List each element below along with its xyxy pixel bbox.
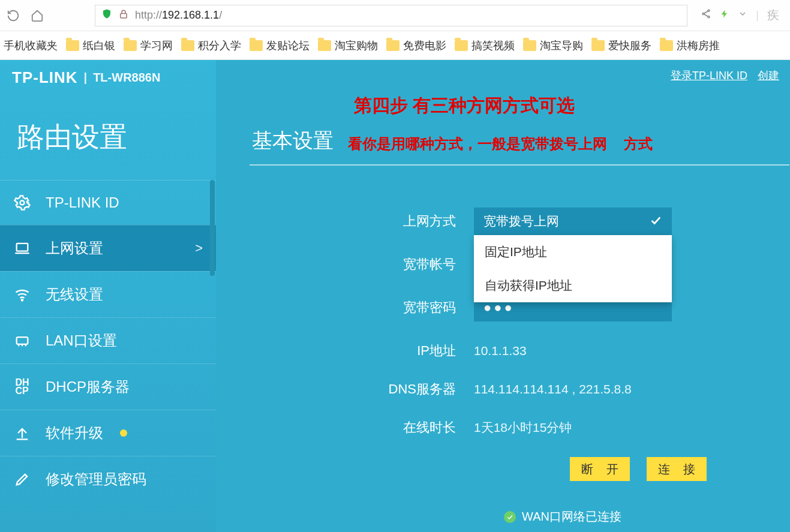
label-online: 在线时长 bbox=[252, 419, 474, 437]
sidebar-item-wan-settings[interactable]: 上网设置 > bbox=[0, 225, 216, 271]
row-dns: DNS服务器 114.114.114.114 , 221.5.8.8 bbox=[252, 380, 790, 398]
logo-row: TP-LINK | TL-WR886N bbox=[0, 60, 216, 95]
folder-icon bbox=[660, 40, 673, 51]
svg-rect-7 bbox=[17, 337, 28, 344]
bookmark-item[interactable]: 学习网 bbox=[124, 38, 173, 53]
status-text: WAN口网络已连接 bbox=[522, 509, 621, 525]
folder-icon bbox=[591, 40, 605, 51]
row-online: 在线时长 1天18小时15分钟 bbox=[252, 419, 790, 437]
bookmark-item[interactable]: 爱快服务 bbox=[591, 38, 651, 53]
row-ip: IP地址 10.1.1.33 bbox=[252, 342, 790, 360]
pencil-icon bbox=[13, 470, 31, 488]
label-password: 宽带密码 bbox=[252, 299, 474, 317]
brand-logo: TP-LINK bbox=[12, 68, 78, 87]
bookmarks-bar: 手机收藏夹 纸白银 学习网 积分入学 发贴论坛 淘宝购物 免费电影 搞笑视频 淘… bbox=[0, 31, 790, 60]
section-title: 基本设置 bbox=[252, 60, 348, 164]
sidebar-item-dhcp[interactable]: DHCP DHCP服务器 bbox=[0, 363, 216, 410]
folder-icon bbox=[455, 40, 468, 51]
sidebar-scrollbar[interactable] bbox=[210, 180, 215, 276]
top-links: 登录TP-LINK ID 创建 bbox=[663, 68, 779, 83]
laptop-icon bbox=[13, 239, 31, 257]
button-row: 断 开 连 接 bbox=[570, 457, 790, 481]
value-dns: 114.114.114.114 , 221.5.8.8 bbox=[474, 382, 632, 396]
share-icon[interactable] bbox=[701, 8, 711, 22]
svg-point-3 bbox=[708, 16, 710, 18]
connect-button[interactable]: 连 接 bbox=[647, 457, 707, 481]
method-option-auto-ip[interactable]: 自动获得IP地址 bbox=[474, 269, 672, 302]
disconnect-button[interactable]: 断 开 bbox=[570, 457, 630, 481]
insecure-lock-icon bbox=[118, 9, 129, 22]
settings-form: 上网方式 宽带拨号上网 固定IP地址 自动获得IP地址 宽带帐号 宽带密码 bbox=[252, 208, 790, 525]
section-divider bbox=[250, 164, 789, 166]
value-ip: 10.1.1.33 bbox=[474, 344, 527, 358]
sidebar-item-wireless[interactable]: 无线设置 bbox=[0, 271, 216, 317]
row-method: 上网方式 宽带拨号上网 固定IP地址 自动获得IP地址 bbox=[252, 208, 790, 235]
folder-icon bbox=[66, 40, 79, 51]
bolt-icon[interactable] bbox=[720, 8, 729, 23]
sidebar: TP-LINK | TL-WR886N 路由设置 TP-LINK ID 上网设置… bbox=[0, 60, 216, 532]
dhcp-icon: DHCP bbox=[13, 378, 31, 396]
browser-right-icons: | 疾 bbox=[695, 7, 785, 23]
folder-icon bbox=[181, 40, 194, 51]
folder-icon bbox=[318, 40, 331, 51]
bookmark-item[interactable]: 积分入学 bbox=[181, 38, 241, 53]
label-account: 宽带帐号 bbox=[252, 256, 474, 273]
svg-point-2 bbox=[702, 13, 704, 15]
label-ip: IP地址 bbox=[252, 342, 474, 360]
method-option-fixed-ip[interactable]: 固定IP地址 bbox=[474, 235, 672, 269]
status-ok-icon bbox=[504, 511, 516, 523]
browser-address-bar: http://192.168.1.1/ | 疾 bbox=[0, 0, 790, 31]
shield-icon bbox=[101, 8, 112, 22]
chevron-right-icon: > bbox=[195, 241, 203, 256]
folder-icon bbox=[250, 40, 263, 51]
refresh-icon[interactable] bbox=[5, 7, 22, 24]
sidebar-item-upgrade[interactable]: 软件升级 bbox=[0, 410, 216, 456]
url-input[interactable]: http://192.168.1.1/ bbox=[95, 5, 687, 26]
wifi-icon bbox=[13, 285, 31, 303]
svg-point-6 bbox=[22, 299, 23, 300]
annotation-step: 第四步 有三种方网方式可选 bbox=[354, 94, 575, 118]
sidebar-item-tplink-id[interactable]: TP-LINK ID bbox=[0, 180, 216, 225]
chevron-down-icon[interactable] bbox=[738, 9, 747, 22]
sidebar-title: 路由设置 bbox=[0, 95, 216, 180]
model-label: TL-WR886N bbox=[93, 71, 160, 85]
update-dot-icon bbox=[120, 429, 127, 437]
bookmark-item[interactable]: 搞笑视频 bbox=[455, 38, 515, 53]
sidebar-item-admin-password[interactable]: 修改管理员密码 bbox=[0, 456, 216, 502]
annotation-sub: 看你是用哪种方式，一般是宽带拨号上网方式 bbox=[348, 134, 653, 154]
folder-icon bbox=[386, 40, 399, 51]
home-icon[interactable] bbox=[29, 7, 46, 24]
check-icon bbox=[649, 214, 662, 230]
label-dns: DNS服务器 bbox=[252, 380, 474, 398]
browser-right-text[interactable]: 疾 bbox=[767, 7, 779, 23]
value-online: 1天18小时15分钟 bbox=[474, 419, 572, 436]
bookmark-item[interactable]: 洪梅房推 bbox=[660, 38, 720, 53]
svg-rect-5 bbox=[17, 244, 28, 251]
folder-icon bbox=[124, 40, 137, 51]
sidebar-menu: TP-LINK ID 上网设置 > 无线设置 LAN口设置 DHCP DHCP服… bbox=[0, 180, 216, 532]
sidebar-item-lan[interactable]: LAN口设置 bbox=[0, 317, 216, 363]
svg-rect-0 bbox=[121, 13, 127, 18]
svg-point-1 bbox=[708, 10, 710, 11]
bookmark-item[interactable]: 免费电影 bbox=[386, 38, 446, 53]
bookmark-item[interactable]: 淘宝导购 bbox=[523, 38, 583, 53]
ethernet-icon bbox=[13, 332, 31, 350]
bookmark-item[interactable]: 淘宝购物 bbox=[318, 38, 378, 53]
bookmark-item[interactable]: 纸白银 bbox=[66, 38, 115, 53]
gear-icon bbox=[13, 194, 31, 212]
svg-point-4 bbox=[20, 201, 25, 205]
content-area: 登录TP-LINK ID 创建 第四步 有三种方网方式可选 看你是用哪种方式，一… bbox=[216, 60, 790, 532]
folder-icon bbox=[523, 40, 536, 51]
method-dropdown: 固定IP地址 自动获得IP地址 bbox=[474, 235, 672, 302]
create-link[interactable]: 创建 bbox=[758, 70, 779, 82]
url-text: http://192.168.1.1/ bbox=[135, 9, 222, 22]
bookmark-item[interactable]: 发贴论坛 bbox=[250, 38, 310, 53]
upload-icon bbox=[13, 424, 31, 442]
login-link[interactable]: 登录TP-LINK ID bbox=[671, 70, 747, 82]
method-select[interactable]: 宽带拨号上网 bbox=[474, 208, 672, 235]
wan-status: WAN口网络已连接 bbox=[504, 509, 790, 525]
bookmarks-label[interactable]: 手机收藏夹 bbox=[4, 38, 58, 53]
router-admin: TP-LINK | TL-WR886N 路由设置 TP-LINK ID 上网设置… bbox=[0, 60, 790, 532]
label-method: 上网方式 bbox=[252, 212, 474, 230]
